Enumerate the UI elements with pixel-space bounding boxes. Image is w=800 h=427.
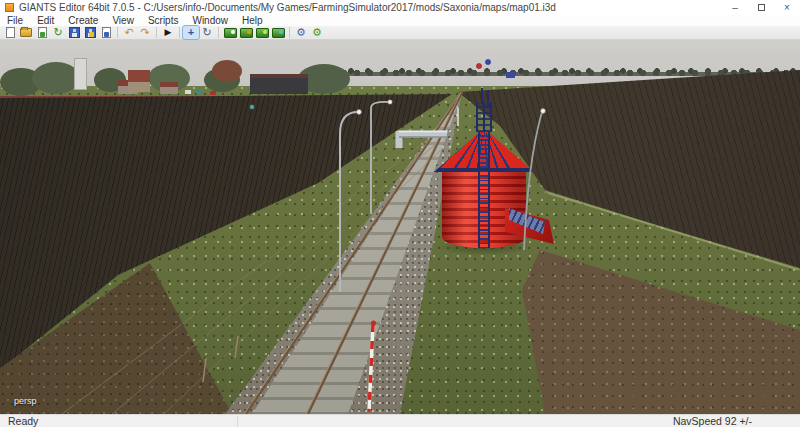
export-badge-icon [104, 32, 109, 37]
menu-help[interactable]: Help [235, 15, 270, 26]
silo-ladder-cage [476, 102, 492, 132]
terrain-sculpt-icon [224, 28, 237, 38]
parked-car [185, 90, 191, 94]
undo-icon: ↶ [124, 27, 133, 38]
gear-green-icon: ⚙ [312, 27, 322, 38]
terrain-info-button[interactable] [270, 26, 286, 39]
options-button[interactable]: ⚙ [293, 26, 309, 39]
export-button[interactable] [98, 26, 114, 39]
status-divider [237, 416, 238, 427]
minimize-button[interactable]: – [722, 0, 748, 15]
undo-button[interactable]: ↶ [121, 26, 137, 39]
open-folder-icon [20, 28, 32, 37]
status-message: Ready [8, 415, 38, 427]
silo-antenna [481, 88, 483, 104]
import-icon [38, 27, 47, 38]
import-button[interactable] [34, 26, 50, 39]
parked-car [196, 90, 202, 94]
rotate-mode-button[interactable]: ↻ [199, 26, 215, 39]
save-button[interactable] [66, 26, 82, 39]
camera-label: persp [14, 396, 37, 406]
save-icon [69, 27, 80, 38]
parked-car [210, 91, 216, 95]
toolbar-separator [289, 27, 290, 38]
new-file-icon [6, 27, 15, 38]
village-silo-tower [74, 58, 87, 90]
status-bar: Ready NavSpeed 92 +/- [0, 414, 800, 427]
giants-app-icon [5, 3, 14, 12]
menu-edit[interactable]: Edit [30, 15, 61, 26]
terrain-paint-icon [240, 28, 253, 38]
save-as-badge-icon [89, 32, 94, 37]
maximize-icon [758, 4, 765, 11]
toolbar-separator [156, 27, 157, 38]
save-as-icon [85, 27, 96, 38]
menu-file[interactable]: File [0, 15, 30, 26]
save-as-button[interactable] [82, 26, 98, 39]
3d-viewport[interactable]: persp [0, 40, 800, 414]
close-button[interactable]: × [774, 0, 800, 15]
terrain-info-icon [272, 28, 285, 38]
reload-icon: ↻ [53, 27, 62, 38]
autumn-tree [212, 60, 242, 82]
window-title: GIANTS Editor 64bit 7.0.5 - C:/Users/inf… [19, 2, 556, 13]
village-house [128, 70, 150, 92]
window-controls: – × [722, 0, 800, 15]
menu-create[interactable]: Create [61, 15, 105, 26]
rotate-mode-icon: ↻ [202, 27, 211, 38]
play-button[interactable]: ▶ [160, 26, 176, 39]
menu-scripts[interactable]: Scripts [141, 15, 186, 26]
terrain-sculpt-button[interactable] [222, 26, 238, 39]
terrain-foliage-icon [256, 28, 269, 38]
maximize-button[interactable] [748, 0, 774, 15]
new-file-button[interactable] [2, 26, 18, 39]
tree [32, 62, 80, 94]
title-bar: GIANTS Editor 64bit 7.0.5 - C:/Users/inf… [0, 0, 800, 15]
village-house [160, 82, 178, 94]
preferences-button[interactable]: ⚙ [309, 26, 325, 39]
export-icon [102, 27, 111, 38]
play-icon: ▶ [165, 27, 172, 38]
foliage-badge-icon [263, 30, 267, 34]
toolbar-separator [218, 27, 219, 38]
menu-window[interactable]: Window [185, 15, 235, 26]
redo-button[interactable]: ↷ [137, 26, 153, 39]
menu-bar: File Edit Create View Scripts Window Hel… [0, 15, 800, 26]
nav-speed-indicator: NavSpeed 92 +/- [673, 415, 752, 427]
silo-ladder [478, 132, 490, 248]
gear-blue-icon: ⚙ [296, 27, 306, 38]
terrain-paint-button[interactable] [238, 26, 254, 39]
paint-badge-icon [247, 30, 251, 34]
info-badge-icon [279, 30, 283, 34]
menu-view[interactable]: View [105, 15, 141, 26]
reload-button[interactable]: ↻ [50, 26, 66, 39]
terrain-foliage-button[interactable] [254, 26, 270, 39]
toolbar-separator [179, 27, 180, 38]
import-badge-icon [40, 32, 45, 37]
toolbar-separator [117, 27, 118, 38]
toolbar: ↻ ↶ ↷ ▶ + ↻ ⚙ ⚙ [0, 26, 800, 40]
giants-editor-window: GIANTS Editor 64bit 7.0.5 - C:/Users/inf… [0, 0, 800, 427]
village-barn [250, 74, 308, 94]
translate-mode-icon: + [188, 27, 194, 38]
translate-mode-button[interactable]: + [183, 26, 199, 39]
sculpt-badge-icon [231, 30, 235, 34]
redo-icon: ↷ [140, 27, 149, 38]
open-file-button[interactable] [18, 26, 34, 39]
